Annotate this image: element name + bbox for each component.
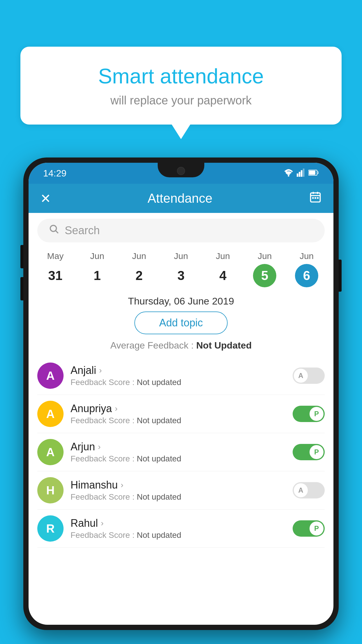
cal-month-label: Jun bbox=[258, 251, 272, 261]
speech-bubble-container: Smart attendance will replace your paper… bbox=[20, 47, 342, 125]
avg-feedback-value: Not Updated bbox=[196, 340, 252, 351]
phone-mockup: 14:29 bbox=[23, 158, 339, 644]
toggle-switch[interactable]: P bbox=[293, 520, 325, 537]
chevron-icon: › bbox=[115, 404, 117, 413]
toggle-knob: P bbox=[310, 445, 324, 459]
phone-outer: 14:29 bbox=[23, 158, 339, 630]
toggle-switch[interactable]: A bbox=[293, 482, 325, 498]
student-info: Himanshu ›Feedback Score : Not updated bbox=[71, 479, 286, 502]
calendar-day-1[interactable]: Jun1 bbox=[86, 251, 109, 287]
toggle-switch[interactable]: P bbox=[293, 444, 325, 460]
feedback-value: Not updated bbox=[137, 454, 181, 463]
svg-rect-13 bbox=[317, 197, 319, 199]
svg-rect-6 bbox=[309, 171, 315, 175]
calendar-day-5[interactable]: Jun5 bbox=[253, 251, 276, 287]
student-feedback: Feedback Score : Not updated bbox=[71, 416, 286, 425]
phone-screen: 14:29 bbox=[29, 163, 333, 625]
svg-rect-11 bbox=[312, 197, 314, 199]
calendar-day-4[interactable]: Jun4 bbox=[211, 251, 235, 287]
toggle-switch[interactable]: P bbox=[293, 406, 325, 422]
cal-date-number[interactable]: 3 bbox=[169, 264, 193, 287]
attendance-toggle[interactable]: P bbox=[293, 520, 325, 537]
student-row[interactable]: AAnupriya ›Feedback Score : Not updatedP bbox=[37, 395, 325, 433]
student-row[interactable]: RRahul ›Feedback Score : Not updatedP bbox=[37, 510, 325, 548]
search-placeholder: Search bbox=[65, 224, 100, 237]
battery-icon bbox=[308, 169, 319, 177]
cal-date-number[interactable]: 31 bbox=[44, 264, 67, 287]
average-feedback: Average Feedback : Not Updated bbox=[29, 340, 333, 351]
student-row[interactable]: HHimanshu ›Feedback Score : Not updatedA bbox=[37, 471, 325, 510]
student-avatar: R bbox=[37, 515, 64, 542]
status-icons bbox=[284, 169, 319, 178]
student-row[interactable]: AAnjali ›Feedback Score : Not updatedA bbox=[37, 357, 325, 395]
volume-down-button bbox=[20, 277, 23, 300]
svg-line-15 bbox=[56, 231, 58, 233]
svg-rect-4 bbox=[303, 169, 305, 177]
cal-date-number[interactable]: 1 bbox=[86, 264, 109, 287]
svg-point-14 bbox=[50, 225, 57, 232]
svg-rect-3 bbox=[301, 170, 303, 177]
selected-date-label: Thursday, 06 June 2019 bbox=[29, 295, 333, 307]
svg-rect-1 bbox=[297, 174, 298, 177]
student-avatar: H bbox=[37, 477, 64, 503]
power-button bbox=[339, 260, 342, 292]
chevron-icon: › bbox=[99, 366, 102, 375]
attendance-toggle[interactable]: P bbox=[293, 444, 325, 460]
student-name: Rahul › bbox=[71, 517, 286, 529]
student-info: Anupriya ›Feedback Score : Not updated bbox=[71, 402, 286, 425]
cal-month-label: Jun bbox=[216, 251, 230, 261]
calendar-day-0[interactable]: May31 bbox=[44, 251, 67, 287]
avg-feedback-label: Average Feedback : bbox=[110, 340, 196, 351]
cal-month-label: May bbox=[47, 251, 64, 261]
student-avatar: A bbox=[37, 363, 64, 389]
feedback-value: Not updated bbox=[137, 531, 181, 540]
calendar-icon[interactable] bbox=[309, 191, 322, 206]
calendar-day-2[interactable]: Jun2 bbox=[127, 251, 151, 287]
student-name: Anjali › bbox=[71, 364, 286, 377]
calendar-strip: May31Jun1Jun2Jun3Jun4Jun5Jun6 bbox=[29, 248, 333, 287]
feedback-value: Not updated bbox=[137, 378, 181, 387]
student-avatar: A bbox=[37, 401, 64, 427]
front-camera bbox=[177, 167, 185, 175]
toggle-knob: A bbox=[294, 483, 308, 497]
calendar-day-6[interactable]: Jun6 bbox=[295, 251, 318, 287]
cal-date-number[interactable]: 2 bbox=[127, 264, 151, 287]
volume-up-button bbox=[20, 245, 23, 268]
cal-date-number[interactable]: 4 bbox=[211, 264, 235, 287]
student-name: Arjun › bbox=[71, 441, 286, 453]
speech-bubble-title: Smart attendance bbox=[44, 64, 318, 88]
chevron-icon: › bbox=[98, 442, 101, 452]
cal-month-label: Jun bbox=[174, 251, 188, 261]
header-title: Attendance bbox=[147, 191, 212, 206]
signal-icon bbox=[297, 169, 305, 178]
student-info: Anjali ›Feedback Score : Not updated bbox=[71, 364, 286, 387]
student-row[interactable]: AArjun ›Feedback Score : Not updatedP bbox=[37, 433, 325, 471]
toggle-knob: P bbox=[310, 407, 324, 421]
cal-date-number[interactable]: 6 bbox=[295, 264, 318, 287]
calendar-day-3[interactable]: Jun3 bbox=[169, 251, 193, 287]
attendance-toggle[interactable]: P bbox=[293, 406, 325, 422]
student-feedback: Feedback Score : Not updated bbox=[71, 454, 286, 463]
speech-bubble-subtitle: will replace your paperwork bbox=[44, 94, 318, 107]
app-header: ✕ Attendance bbox=[29, 184, 333, 213]
toggle-switch[interactable]: A bbox=[293, 368, 325, 384]
phone-notch bbox=[158, 163, 204, 177]
search-icon bbox=[49, 224, 59, 237]
student-list: AAnjali ›Feedback Score : Not updatedAAA… bbox=[29, 357, 333, 548]
wifi-icon bbox=[284, 169, 293, 178]
cal-month-label: Jun bbox=[90, 251, 104, 261]
toggle-knob: P bbox=[310, 522, 324, 536]
svg-point-0 bbox=[288, 175, 289, 176]
chevron-icon: › bbox=[121, 480, 123, 490]
student-info: Arjun ›Feedback Score : Not updated bbox=[71, 441, 286, 463]
speech-bubble: Smart attendance will replace your paper… bbox=[20, 47, 342, 125]
student-name: Himanshu › bbox=[71, 479, 286, 491]
close-button[interactable]: ✕ bbox=[40, 191, 51, 206]
search-bar[interactable]: Search bbox=[37, 219, 325, 242]
student-feedback: Feedback Score : Not updated bbox=[71, 531, 286, 540]
attendance-toggle[interactable]: A bbox=[293, 482, 325, 498]
student-avatar: A bbox=[37, 439, 64, 465]
attendance-toggle[interactable]: A bbox=[293, 368, 325, 384]
cal-date-number[interactable]: 5 bbox=[253, 264, 276, 287]
add-topic-button[interactable]: Add topic bbox=[134, 312, 228, 334]
